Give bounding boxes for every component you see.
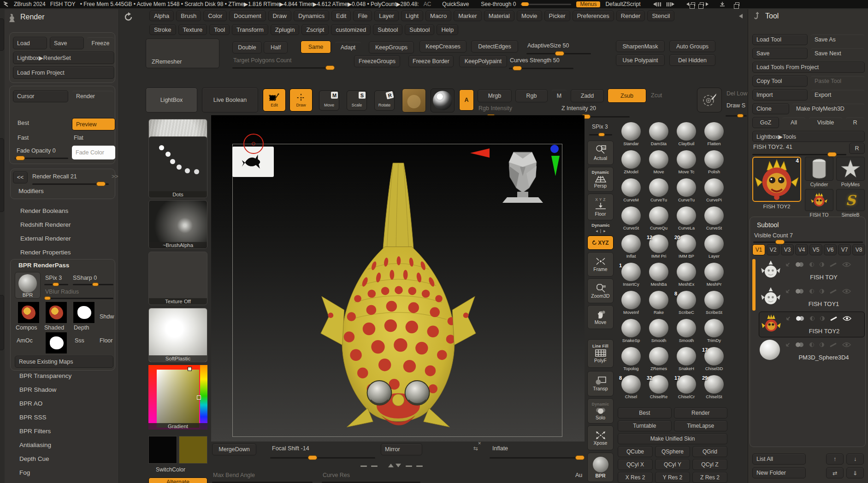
- fish-model[interactable]: [317, 159, 479, 436]
- grid-btn-qcyl-x[interactable]: QCyl X: [618, 459, 653, 470]
- uv-toggle-icon[interactable]: [809, 289, 814, 294]
- menu-zplugin[interactable]: Zplugin: [271, 24, 300, 35]
- bpr-pass-sss-label[interactable]: Sss: [75, 337, 84, 344]
- grid-btn-z-res-2[interactable]: Z Res 2: [692, 472, 727, 483]
- zsub-button[interactable]: Zsub: [608, 88, 646, 103]
- drawsize-slider[interactable]: [726, 115, 747, 117]
- color-cursor[interactable]: [188, 367, 192, 371]
- section-external-renderer[interactable]: External Renderer: [20, 235, 71, 242]
- divider-arrows[interactable]: [388, 464, 401, 467]
- move-mode-button[interactable]: M Move: [319, 90, 339, 111]
- menu-draw[interactable]: Draw: [268, 11, 291, 21]
- subtool-up-button[interactable]: ↑: [826, 454, 844, 465]
- rgb-button[interactable]: Rgb: [515, 89, 548, 102]
- save-tool-button[interactable]: Save: [752, 48, 808, 59]
- grid-btn-x-res-2[interactable]: X Res 2: [618, 472, 653, 483]
- preview-button[interactable]: Preview: [72, 118, 115, 130]
- brush-trimdy[interactable]: TrimDy: [701, 319, 727, 346]
- alpha-dots-thumb[interactable]: Dots: [148, 136, 207, 198]
- quicksave-button[interactable]: QuickSave: [442, 1, 469, 7]
- menu-light[interactable]: Light: [401, 11, 423, 21]
- menu-tool[interactable]: Tool: [209, 24, 230, 35]
- paint-toggle-icon[interactable]: [830, 342, 837, 347]
- section-bpr-sss[interactable]: BPR SSS: [19, 414, 47, 421]
- render-recall-slider-label[interactable]: Render Recall 21: [32, 173, 77, 180]
- subtool-item-fish-toy[interactable]: FISH TOY: [759, 258, 865, 284]
- polyframe-toggle-icon[interactable]: [785, 342, 791, 348]
- section-antialiasing[interactable]: Antialiasing: [19, 442, 51, 448]
- menu-help[interactable]: Help: [437, 24, 458, 35]
- current-material-swatch[interactable]: [431, 88, 455, 112]
- displacement-toggle-icon[interactable]: [820, 289, 824, 294]
- brush-chisel3d[interactable]: 17Chisel3D: [701, 347, 727, 374]
- zintensity-slider-label[interactable]: Z Intensity 20: [561, 105, 596, 112]
- section-depth-cue[interactable]: Depth Cue: [19, 455, 49, 462]
- zadd-button[interactable]: Zadd: [571, 89, 604, 102]
- make-polymesh3d-button[interactable]: Make PolyMesh3D: [792, 103, 865, 114]
- menu-movie[interactable]: Movie: [517, 11, 542, 21]
- axis-z-dot[interactable]: [550, 145, 559, 153]
- bpr-pass-shaded-thumb[interactable]: [45, 301, 67, 324]
- zr-usepolypaint-button[interactable]: Use Polypaint: [616, 54, 665, 66]
- floor-grid-button[interactable]: X Y Z Floor: [587, 194, 614, 220]
- brush-rake[interactable]: Rake: [645, 291, 672, 318]
- subtool-thumb[interactable]: [760, 286, 782, 308]
- grid-btn-y-res-2[interactable]: Y Res 2: [655, 472, 690, 483]
- polypaint-toggle-icon[interactable]: [796, 316, 804, 321]
- maxbendangle-slider-label[interactable]: Max Bend Angle: [213, 472, 255, 478]
- lightbox-renderset-button[interactable]: Lightbox▶RenderSet: [13, 52, 114, 64]
- recall-next-button[interactable]: >>: [112, 173, 118, 180]
- polyframe-toggle-icon[interactable]: [785, 288, 791, 295]
- zremesher-button[interactable]: ZRemesher: [146, 39, 219, 68]
- bpr-pass-floor-label[interactable]: Floor: [100, 337, 112, 344]
- zr-targetpolygons-slider[interactable]: [232, 67, 334, 69]
- brush-curvetu[interactable]: CurveTu: [645, 178, 672, 206]
- brush-meshpr[interactable]: MeshPr: [701, 263, 727, 290]
- grid-btn-turntable[interactable]: Turntable: [618, 420, 672, 431]
- modifiers-label[interactable]: Modifiers: [18, 188, 44, 194]
- zoom3d-button[interactable]: Zoom3D: [587, 278, 614, 303]
- menu-zscript[interactable]: Zscript: [301, 24, 329, 35]
- fadecolor-swatch[interactable]: Fade Color: [72, 146, 115, 159]
- subtool-duplicate-button[interactable]: ⇄: [826, 467, 844, 478]
- subtool-tab-v5[interactable]: V5: [809, 244, 822, 255]
- tool-thumb-simplebrush[interactable]: S: [836, 189, 865, 211]
- brush-move-tc[interactable]: Move Tc: [673, 150, 700, 177]
- subtool-tab-v2[interactable]: V2: [767, 244, 779, 255]
- bpr-render-button[interactable]: BPR: [587, 453, 614, 482]
- brush-zmodel[interactable]: ZModel: [618, 150, 644, 177]
- load-from-project-button[interactable]: Load From Project: [13, 66, 114, 79]
- grid-btn-qcyl-z[interactable]: QCyl Z: [692, 459, 727, 470]
- zr-freezegroups-button[interactable]: FreezeGroups: [354, 55, 400, 67]
- switchcolor-button[interactable]: SwitchColor: [156, 466, 185, 473]
- bpr-pass-amoc-label[interactable]: AmOc: [17, 337, 33, 344]
- menu-subtool[interactable]: Subtool: [373, 24, 402, 35]
- uv-toggle-icon[interactable]: [809, 342, 814, 347]
- brush-flatten[interactable]: Flatten: [701, 122, 727, 149]
- fadeopacity-slider[interactable]: [15, 158, 68, 159]
- brush-inflat[interactable]: Inflat: [618, 235, 644, 262]
- grid-btn-best[interactable]: Best: [618, 407, 672, 418]
- grid-btn-timelapse[interactable]: TimeLapse: [674, 420, 728, 431]
- brush-chiselcr[interactable]: 17ChiselCr: [673, 375, 700, 402]
- menu-edit[interactable]: Edit: [331, 11, 351, 21]
- brush-curvem[interactable]: CurveM: [618, 178, 644, 206]
- brush-snakesp[interactable]: SnakeSp: [618, 319, 644, 346]
- zr-detectedges-button[interactable]: DetectEdges: [471, 41, 518, 53]
- visibility-eye-icon[interactable]: [842, 342, 851, 348]
- subtool-item-pm3d-sphere3d4[interactable]: PM3D_Sphere3D4: [759, 338, 865, 364]
- lightbox-tools-button[interactable]: Lightbox▶Tools: [752, 131, 865, 142]
- seethrough-slider[interactable]: [520, 4, 571, 5]
- brush-curvetu[interactable]: CurveTu: [673, 178, 700, 206]
- dock-export-icon[interactable]: [720, 1, 725, 7]
- subtool-tab-v7[interactable]: V7: [838, 244, 851, 255]
- goz-all-button[interactable]: All: [782, 117, 806, 128]
- tool-thumb-polymesh-star[interactable]: [836, 157, 865, 181]
- rgbintensity-slider-label[interactable]: Rgb Intensity: [478, 105, 512, 112]
- new-folder-button[interactable]: New Folder: [752, 467, 806, 478]
- clone-button[interactable]: Clone: [752, 103, 789, 114]
- menu-texture[interactable]: Texture: [178, 24, 207, 35]
- dock-handle[interactable]: [0, 18, 4, 51]
- secondary-color-swatch[interactable]: [179, 436, 207, 464]
- subtool-item-fish-toy2[interactable]: FISH TOY2: [759, 312, 865, 337]
